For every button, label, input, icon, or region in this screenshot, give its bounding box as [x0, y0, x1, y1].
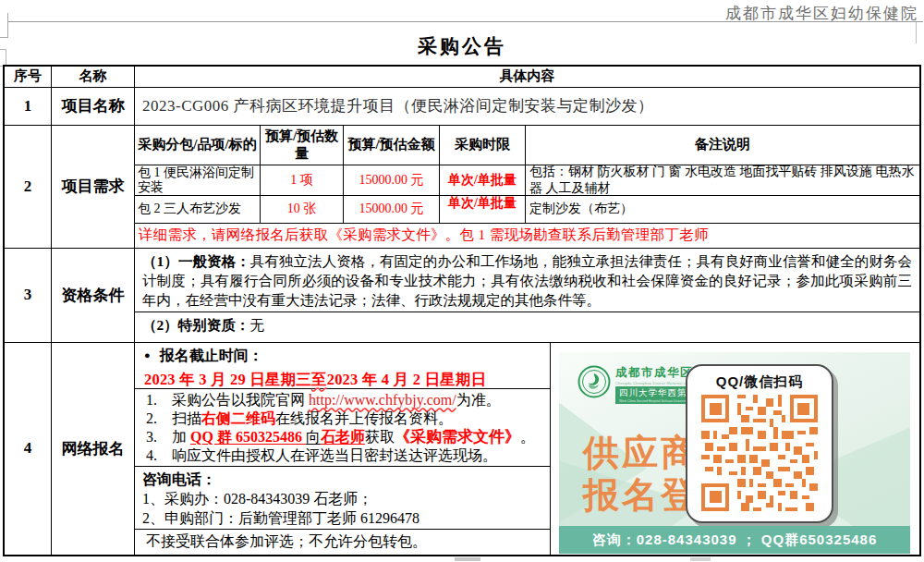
deadline-label: 报名截止时间： [160, 348, 263, 363]
promo-image-cell: 成都市成华区妇幼保健院 Chengdu Chenghua District Ma… [551, 343, 919, 555]
col-header-name: 名称 [52, 67, 135, 87]
list-item: 4. 响应文件由授权人在评选当日密封送达评选现场。 [146, 446, 546, 465]
row-seq: 2 [5, 126, 52, 248]
announcement-table: 序号 名称 具体内容 1 项目名称 2023-CG006 产科病区环境提升项目（… [3, 65, 921, 556]
subcol-amount: 预算/预估金额 [344, 126, 440, 165]
phone-label: 咨询电话： [142, 470, 544, 489]
qr-panel-title: QQ/微信扫码 [687, 373, 832, 391]
step3-text-end: 。 [520, 429, 535, 445]
table-row-online-signup: 4 网络报名 ●报名截止时间： 2023 年 3 月 29 日星期三至2023 … [5, 343, 919, 555]
table-row-project-demand: 2 项目需求 采购分包/品项/标的 预算/预估数量 预算/预估金额 采购时限 备… [5, 126, 919, 249]
no-consortium-note: 不接受联合体参加评选；不允许分包转包。 [135, 530, 550, 555]
package-row-2: 包 2 三人布艺沙发 10 张 15000.00 元 单次/单批量 定制沙发（布… [135, 196, 919, 224]
page-title: 采购公告 [0, 33, 924, 59]
package-qty: 10 张 [261, 196, 344, 223]
list-item: 1. 采购公告以我院官网 http://www.chfybjy.com/为准。 [146, 391, 546, 409]
official-website-link[interactable]: http://www.chfybjy.com/ [309, 392, 456, 408]
row-label: 项目需求 [52, 126, 135, 248]
table-row-qualification: 3 资格条件 （1）一般资格：具有独立法人资格，有固定的办公和工作场地，能独立承… [5, 249, 919, 343]
table-row-project-name: 1 项目名称 2023-CG006 产科病区环境提升项目（便民淋浴间定制安装与定… [5, 88, 919, 126]
list-item: 3. 加 QQ 群 650325486 向石老师获取《采购需求文件》。 [146, 428, 546, 446]
qq-group-number: QQ 群 650325486 [190, 429, 306, 445]
col-header-content: 具体内容 [135, 67, 919, 87]
package-limit: 单次/单批量 [440, 165, 526, 195]
package-qty: 1 项 [261, 165, 344, 195]
contact-teacher: 石老师 [321, 429, 365, 445]
signup-deadline-section: ●报名截止时间： 2023 年 3 月 29 日星期三至2023 年 4 月 2… [135, 343, 550, 389]
step2-text: 扫描 [172, 410, 201, 426]
qr-code-reference: 右侧二维码 [201, 410, 275, 426]
page-edge-artifact [690, 557, 711, 561]
project-name-text: 2023-CG006 产科病区环境提升项目（便民淋浴间定制安装与定制沙发） [135, 88, 919, 125]
package-limit: 单次/单批量 [440, 195, 526, 223]
subcol-package: 采购分包/品项/标的 [135, 126, 261, 165]
demand-document-name: 《采购需求文件》 [395, 428, 520, 446]
row-seq: 3 [5, 249, 52, 342]
general-qualification-label: （1）一般资格： [142, 253, 250, 269]
qr-panel: QQ/微信扫码 [686, 364, 833, 523]
hospital-logo-icon [578, 365, 611, 398]
step3-text: 加 [172, 429, 190, 445]
step1-text-end: 为准。 [456, 392, 501, 408]
step2-text-end: 在线报名并上传报名资料。 [275, 410, 453, 426]
contact-phone-section: 咨询电话： 1、采购办：028-84343039 石老师； 2、申购部门：后勤管… [135, 467, 550, 530]
deadline-start: 2023 年 3 月 29 日星期三 [144, 371, 311, 388]
package-item: 包 2 三人布艺沙发 [135, 196, 261, 223]
deadline-end: 2023 年 4 月 2 日星期日 [327, 371, 487, 388]
row-seq: 4 [5, 343, 52, 555]
package-remark: 包括：钢材 防火板材 门 窗 水电改造 地面找平贴砖 排风设施 电热水器 人工及… [526, 165, 919, 195]
phone-line-2: 2、申购部门：后勤管理部丁老师 61296478 [142, 508, 544, 528]
header-rule [7, 21, 923, 22]
demand-note: 详细需求，请网络报名后获取《采购需求文件》。包 1 需现场勘查联系后勤管理部丁老… [135, 224, 919, 248]
step4-text: 响应文件由授权人在评选当日密封送达评选现场。 [172, 446, 497, 465]
general-qualification: （1）一般资格：具有独立法人资格，有固定的办公和工作场地，能独立承担法律责任；具… [135, 249, 919, 312]
phone-line-1: 1、采购办：028-84343039 石老师； [142, 489, 544, 508]
deadline-value: 2023 年 3 月 29 日星期三至2023 年 4 月 2 日星期日 [144, 370, 544, 390]
package-row-1: 包 1 便民淋浴间定制安装 1 项 15000.00 元 单次/单批量 包括：钢… [135, 165, 919, 196]
subcol-time-limit: 采购时限 [440, 126, 526, 165]
row-label: 项目名称 [52, 88, 135, 125]
special-qualification: （2）特别资质：无 [135, 312, 919, 342]
package-item: 包 1 便民淋浴间定制安装 [135, 165, 261, 195]
supplier-registration-banner: 成都市成华区妇幼保健院 Chengdu Chenghua District Ma… [559, 352, 910, 554]
demand-subtable-header: 采购分包/品项/标的 预算/预估数量 预算/预估金额 采购时限 备注说明 [135, 126, 919, 165]
general-qualification-text: 具有独立法人资格，有固定的办公和工作场地，能独立承担法律责任；具有良好商业信誉和… [142, 253, 912, 308]
list-item: 2. 扫描右侧二维码在线报名并上传报名资料。 [146, 409, 546, 428]
package-amount: 15000.00 元 [344, 196, 440, 223]
page-edge-artifact [455, 557, 480, 561]
subcol-quantity: 预算/预估数量 [261, 126, 344, 165]
list-number: 4. [146, 446, 172, 465]
package-remark: 定制沙发（布艺） [526, 196, 919, 223]
deadline-to: 至 [311, 371, 327, 388]
row-label: 资格条件 [52, 249, 135, 342]
list-number: 2. [146, 409, 172, 428]
special-qualification-label: （2）特别资质： [142, 317, 249, 333]
package-amount: 15000.00 元 [344, 165, 440, 195]
demand-subtable: 采购分包/品项/标的 预算/预估数量 预算/预估金额 采购时限 备注说明 包 1… [135, 126, 919, 248]
list-number: 1. [146, 391, 172, 409]
signup-steps-list: 1. 采购公告以我院官网 http://www.chfybjy.com/为准。 … [135, 389, 550, 467]
col-header-seq: 序号 [5, 67, 52, 87]
promo-contact-bar: 咨询：028-84343039 ； QQ群650325486 [559, 526, 910, 554]
row-label: 网络报名 [52, 343, 135, 555]
step3-text-mid: 向 [306, 429, 321, 445]
procurement-announcement-page: 成都市成华区妇幼保健院 采购公告 序号 名称 具体内容 1 项目名称 2023-… [0, 0, 924, 562]
bullet-icon: ● [144, 349, 151, 360]
row-seq: 1 [5, 88, 52, 125]
table-header-row: 序号 名称 具体内容 [5, 67, 919, 88]
step1-text: 采购公告以我院官网 [172, 392, 309, 408]
list-number: 3. [146, 428, 172, 446]
qr-code [701, 395, 818, 511]
step3-text-mid2: 获取 [365, 429, 395, 445]
subcol-remark: 备注说明 [526, 126, 919, 165]
special-qualification-text: 无 [249, 317, 264, 333]
